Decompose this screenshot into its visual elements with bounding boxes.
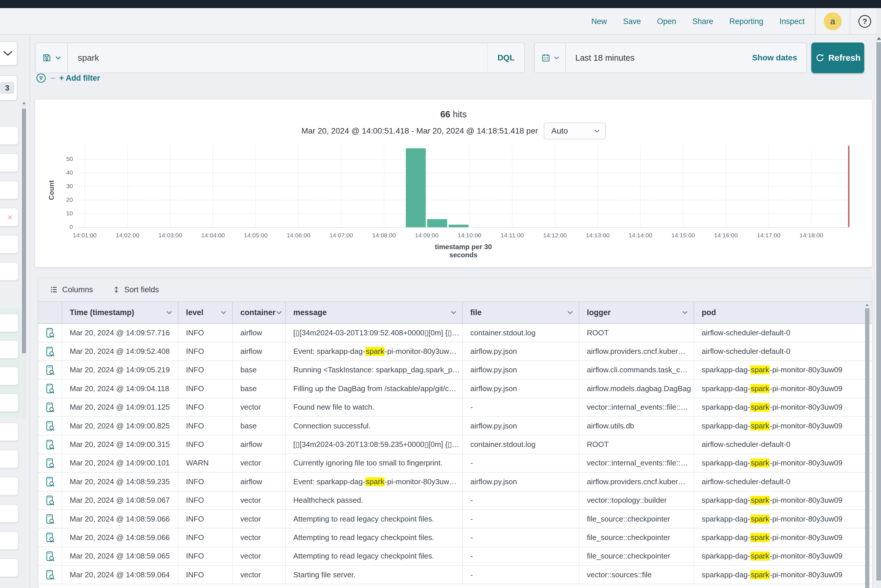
cell-container: airflow — [233, 342, 286, 360]
cell-pod: airflow-scheduler-default-0 — [694, 324, 872, 342]
column-header-container[interactable]: container — [233, 302, 286, 323]
highlighted-term: spark — [750, 533, 770, 542]
field-card[interactable] — [0, 126, 18, 145]
nav-links: NewSaveOpenShareReportingInspect — [591, 17, 804, 26]
expand-document-button[interactable] — [45, 364, 55, 376]
cell-pod: sparkapp-dag-spark-pi-monitor-80y3uw09 — [694, 417, 872, 435]
query-language-button[interactable]: DQL — [487, 43, 525, 72]
columns-button[interactable]: Columns — [50, 285, 93, 294]
calendar-icon — [541, 53, 550, 63]
page-scrollbar-up-arrow[interactable] — [877, 37, 881, 40]
y-tick-label: 50 — [50, 156, 73, 162]
expand-cell — [39, 472, 62, 490]
table-scrollbar-up-arrow[interactable] — [865, 303, 869, 306]
inspect-document-icon — [45, 495, 55, 506]
cell-level: INFO — [179, 342, 233, 360]
field-card[interactable] — [0, 558, 18, 577]
expand-document-button[interactable] — [45, 458, 55, 469]
refresh-button[interactable]: Refresh — [811, 42, 864, 73]
expand-document-button[interactable] — [45, 402, 55, 413]
expand-document-button[interactable] — [45, 495, 55, 506]
field-card[interactable] — [0, 340, 18, 359]
cell-pod: sparkapp-dag-spark-pi-monitor-80y3uw09 — [694, 510, 872, 528]
expand-document-button[interactable] — [45, 513, 55, 525]
y-gridline — [79, 200, 848, 200]
column-header-time-timestamp-[interactable]: Time (timestamp) — [62, 302, 179, 323]
table-scrollbar-thumb[interactable] — [865, 308, 869, 588]
help-icon[interactable]: ? — [858, 15, 871, 28]
chevron-down-icon — [55, 54, 62, 61]
cell-message: Attempting to read legacy checkpoint fil… — [286, 547, 463, 565]
collapse-sidebar-button[interactable] — [0, 41, 17, 66]
field-card[interactable] — [0, 314, 18, 332]
nav-link-share[interactable]: Share — [692, 17, 713, 26]
nav-link-reporting[interactable]: Reporting — [729, 17, 763, 26]
nav-link-open[interactable]: Open — [657, 17, 676, 26]
date-quick-select-button[interactable] — [535, 43, 566, 72]
expand-cell — [39, 528, 62, 546]
rail-scrollbar-up-arrow[interactable] — [22, 102, 26, 104]
cell-file: - — [463, 528, 579, 546]
cell-file: - — [463, 566, 579, 584]
field-card[interactable] — [0, 393, 18, 412]
cell-file: airflow.py.json — [463, 472, 579, 490]
cell-pod: sparkapp-dag-spark-pi-monitor-80y3uw09 — [694, 528, 872, 546]
cell-message: Event: sparkapp-dag-spark-pi-monitor-80y… — [286, 342, 463, 360]
y-gridline — [79, 213, 848, 214]
expand-document-button[interactable] — [45, 327, 55, 339]
chevron-down-icon — [166, 309, 173, 316]
nav-link-inspect[interactable]: Inspect — [779, 17, 804, 26]
expand-document-button[interactable] — [45, 476, 55, 488]
rail-scrollbar-thumb[interactable] — [22, 109, 26, 353]
x-tick-label: 14:03:00 — [150, 232, 191, 239]
field-card[interactable] — [0, 181, 18, 199]
expand-cell — [39, 417, 62, 435]
show-dates-button[interactable]: Show dates — [752, 53, 806, 63]
expand-document-button[interactable] — [45, 420, 55, 432]
field-card[interactable]: × — [0, 208, 18, 226]
column-header-level[interactable]: level — [179, 302, 233, 323]
column-header-message[interactable]: message — [286, 302, 463, 323]
column-header-file[interactable]: file — [463, 302, 579, 323]
avatar[interactable]: a — [824, 12, 842, 30]
interval-select[interactable]: Auto — [544, 123, 606, 140]
field-card[interactable] — [0, 423, 18, 441]
time-range-value[interactable]: Last 18 minutes — [566, 53, 752, 63]
expand-document-button[interactable] — [45, 346, 55, 357]
field-card[interactable] — [0, 477, 18, 495]
expand-document-button[interactable] — [45, 569, 55, 580]
time-range-subtitle: Mar 20, 2024 @ 14:00:51.418 - Mar 20, 20… — [301, 126, 538, 136]
field-card[interactable] — [0, 262, 18, 281]
nav-link-save[interactable]: Save — [623, 17, 641, 26]
sort-fields-button[interactable]: Sort fields — [112, 285, 159, 294]
expand-cell — [39, 324, 62, 342]
x-axis-title: timestamp per 30 seconds — [420, 243, 507, 259]
expand-document-button[interactable] — [45, 532, 55, 543]
saved-query-menu-button[interactable] — [36, 43, 68, 72]
field-card[interactable] — [0, 367, 18, 386]
expand-cell — [39, 492, 62, 509]
highlighted-term: spark — [365, 347, 385, 356]
search-input[interactable]: spark — [68, 53, 487, 63]
expand-document-button[interactable] — [45, 439, 55, 450]
column-header-logger[interactable]: logger — [579, 302, 694, 323]
add-filter-button[interactable]: + Add filter — [59, 74, 100, 82]
x-tick-label: 14:15:00 — [663, 232, 704, 239]
column-header-pod[interactable]: pod — [694, 302, 872, 323]
expand-document-button[interactable] — [45, 550, 55, 562]
expand-document-button[interactable] — [45, 383, 55, 394]
cell-container: base — [233, 361, 286, 379]
highlighted-term: spark — [750, 514, 770, 524]
selected-fields-count-box[interactable]: 3 — [0, 75, 17, 100]
field-card[interactable] — [0, 153, 18, 172]
field-card[interactable] — [0, 235, 18, 254]
field-card[interactable] — [0, 450, 18, 468]
remove-field-icon[interactable]: × — [7, 212, 13, 222]
expand-cell — [39, 435, 62, 453]
field-card[interactable] — [0, 531, 18, 550]
nav-link-new[interactable]: New — [591, 17, 607, 26]
field-card[interactable] — [0, 504, 18, 523]
filter-icon[interactable] — [36, 72, 47, 84]
page-scrollbar-thumb[interactable] — [876, 42, 881, 580]
column-header-label: file — [470, 308, 481, 317]
